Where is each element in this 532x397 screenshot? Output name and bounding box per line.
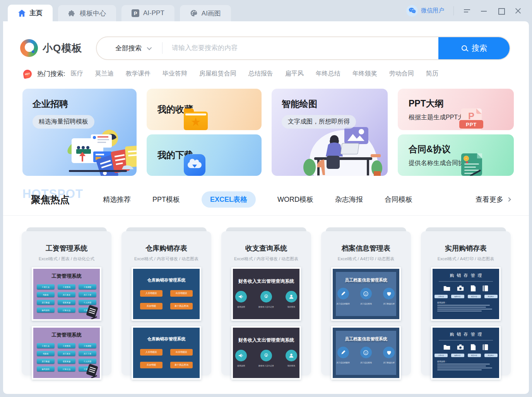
feature-card-favorites[interactable]: 我的收藏 ★ (147, 89, 262, 130)
tab-featured[interactable]: 精选推荐 (103, 191, 131, 208)
template-thumbnail[interactable]: 员工档案信息管理系统 员工信息档案库 员工信息查询 员工数据分析 (331, 326, 401, 380)
file-icon (470, 285, 476, 292)
hotspot-tabs: 精选推荐 PPT模板 EXCEL表格 WORD模板 杂志海报 合同模板 (103, 191, 412, 208)
view-more-label: 查看更多 (476, 195, 503, 204)
search-category-dropdown[interactable]: 全部搜索 (97, 44, 162, 53)
feature-card-recruit[interactable]: 企业招聘 精选海量招聘模板 (22, 89, 137, 176)
wechat-user-name: 微信用户 (421, 7, 444, 14)
preview-button: 账号资料 (37, 366, 55, 371)
hot-search-term[interactable]: 医疗 (71, 70, 83, 78)
chevron-right-icon (506, 197, 511, 201)
hot-search-term[interactable]: 总结报告 (248, 70, 273, 78)
preview-button: 出库明细表 (170, 290, 193, 297)
template-card[interactable]: 工资管理系统 Excel格式 / 图表 / 自动化公式 工资管理系统 工资汇总工… (22, 231, 111, 375)
header: 小Q模板 全部搜索 搜索 (20, 36, 510, 60)
preview-button: 变更发放 (58, 300, 75, 305)
template-card-salary: 工资管理系统 Excel格式 / 图表 / 自动化公式 工资管理系统 工资汇总工… (22, 227, 111, 375)
money-record-icon (260, 291, 272, 302)
preview-button: 入库记录 (434, 354, 448, 357)
preview-button: 工资汇总 (37, 284, 55, 289)
template-grid: 工资管理系统 Excel格式 / 图表 / 自动化公式 工资管理系统 工资汇总工… (22, 227, 529, 375)
preview-button: 其它数据 (37, 300, 55, 305)
hot-search-term[interactable]: 房屋租赁合同 (199, 70, 236, 78)
template-subtitle: Excel格式 / 内容可修改 / 动态图表 (121, 256, 211, 262)
template-thumbnail[interactable]: 员工档案信息管理系统 员工信息档案库 员工信息查询 员工数据分析 (331, 267, 401, 321)
hot-search-term[interactable]: 扁平风 (285, 70, 304, 78)
feature-card-ppt-outline[interactable]: PPT大纲 根据主题生成PPT大纲 P PPT (398, 89, 514, 130)
preview-button: 工资调整 (79, 284, 96, 289)
template-card[interactable]: 实用购销存表 Excel格式 / A4打印 / 动态图表 购销存管理 入库记录销… (421, 231, 511, 375)
search-icon (462, 45, 467, 51)
preview-button: 工资调整 (79, 343, 96, 348)
view-more-link[interactable]: 查看更多 (476, 195, 510, 204)
hot-search-row: HOT 热门搜索: 医疗莫兰迪教学课件毕业答辩房屋租赁合同总结报告扁平风年终总结… (23, 69, 510, 78)
tab-template-center[interactable]: 模板中心 (58, 5, 116, 21)
template-card[interactable]: 收支查询系统 Excel格式 / 内容可修改 / 动态图表 财务收入支出管理查询… (221, 231, 311, 375)
money-record-icon (260, 350, 272, 361)
preview-button: 销售记录 (451, 295, 464, 298)
close-button[interactable] (514, 7, 522, 15)
person-search-icon (286, 350, 297, 361)
preview-button: 员工工资 (79, 351, 96, 356)
star-icon: ★ (191, 115, 201, 128)
minimize-button[interactable] (480, 7, 488, 15)
template-card[interactable]: 档案信息管理表 Excel格式 / A4打印 / 动态图表 员工档案信息管理系统… (321, 231, 411, 375)
heart-icon (383, 288, 395, 299)
book-icon (482, 285, 488, 292)
pen-icon (337, 347, 349, 358)
puzzle-icon (68, 9, 76, 17)
preview-button: 员工奖金 (58, 351, 75, 356)
feature-card-downloads[interactable]: 我的下载 (147, 134, 262, 176)
wechat-user-chip[interactable]: 微信用户 (406, 5, 444, 17)
tab-excel-tables[interactable]: EXCEL表格 (202, 191, 256, 208)
template-thumbnail[interactable]: 工资管理系统 工资汇总工资查询工资调整考勤表员工奖金员工工资其它数据变更发放个人… (32, 267, 101, 321)
tab-ai-draw[interactable]: AI画图 (180, 5, 231, 21)
recruitment-illustration (48, 127, 137, 176)
book-icon (482, 344, 488, 351)
tab-home[interactable]: 主页 (8, 5, 53, 21)
preview-button: 员工奖金 (58, 292, 75, 297)
preview-button: 单个商品查询 (170, 303, 193, 309)
hot-search-term[interactable]: 简历 (426, 70, 438, 78)
search-button[interactable]: 搜索 (438, 36, 510, 60)
preview-button: 退货记录 (468, 295, 481, 298)
template-thumbnail[interactable]: 财务收入支出管理查询系统 使用说明 财务收入支出记录 项目查询 (231, 267, 301, 321)
preview-button: 其它数据 (37, 359, 55, 364)
recruit-title: 企业招聘 (33, 98, 137, 110)
template-thumbnail[interactable]: 购销存管理 入库记录销售记录退货记录库存统计 使用说明： (431, 267, 501, 321)
template-thumbnail[interactable]: 财务收入支出管理查询系统 使用说明 财务收入支出记录 项目查询 (231, 326, 301, 380)
hot-search-term[interactable]: 教学课件 (126, 70, 151, 78)
menu-icon[interactable] (463, 7, 471, 15)
template-card[interactable]: 仓库购销存表 Excel格式 / 内容可修改 / 动态图表 仓库购销存管理系统 … (121, 231, 211, 375)
preview-button: 库存统计 (484, 354, 498, 357)
tab-ai-ppt-label: AI-PPT (143, 9, 164, 17)
hot-search-term[interactable]: 年终总结 (316, 70, 340, 78)
tab-magazine-posters[interactable]: 杂志海报 (335, 191, 363, 208)
template-thumbnail[interactable]: 仓库购销存管理系统 入库明细表出库明细表库存明细单个商品查询 (132, 267, 201, 321)
feature-card-contract[interactable]: 合同&协议 提供名称生成合同协议 (398, 134, 514, 176)
preview-button: 库存明细 (140, 303, 163, 309)
ppt-outline-title: PPT大纲 (409, 98, 470, 110)
hot-search-term[interactable]: 年终颁奖 (352, 70, 377, 78)
preview-button: 单个商品查询 (170, 362, 193, 368)
maximize-button[interactable] (497, 7, 505, 15)
hot-search-term[interactable]: 毕业答辩 (163, 70, 187, 78)
template-card-inventory: 实用购销存表 Excel格式 / A4打印 / 动态图表 购销存管理 入库记录销… (421, 227, 511, 375)
preview-button: 工资查询 (58, 343, 75, 348)
tab-ai-ppt[interactable]: P AI-PPT (121, 5, 174, 21)
feature-card-ai-draw[interactable]: 智能绘图 文字成图，所想即所得 (272, 89, 388, 176)
tab-ppt-templates[interactable]: PPT模板 (152, 191, 180, 208)
folder-icon (443, 344, 450, 351)
tab-contract-templates[interactable]: 合同模板 (385, 191, 412, 208)
template-thumbnail[interactable]: 工资管理系统 工资汇总工资查询工资调整考勤表员工奖金员工工资其它数据变更发放个人… (32, 326, 101, 380)
search-input[interactable] (163, 44, 438, 52)
file-icon (470, 344, 476, 351)
ai-draw-subtitle: 文字成图，所想即所得 (282, 115, 356, 129)
tab-word-templates[interactable]: WORD模板 (277, 191, 313, 208)
preview-button: 入库明细表 (140, 349, 163, 356)
hot-search-term[interactable]: 劳动合同 (389, 70, 414, 78)
template-thumbnail[interactable]: 仓库购销存管理系统 入库明细表出库明细表库存明细单个商品查询 (132, 326, 201, 380)
template-title: 工资管理系统 (22, 231, 111, 253)
template-thumbnail[interactable]: 购销存管理 入库记录销售记录退货记录库存统计 使用说明： (431, 326, 501, 380)
hot-search-term[interactable]: 莫兰迪 (95, 70, 114, 78)
